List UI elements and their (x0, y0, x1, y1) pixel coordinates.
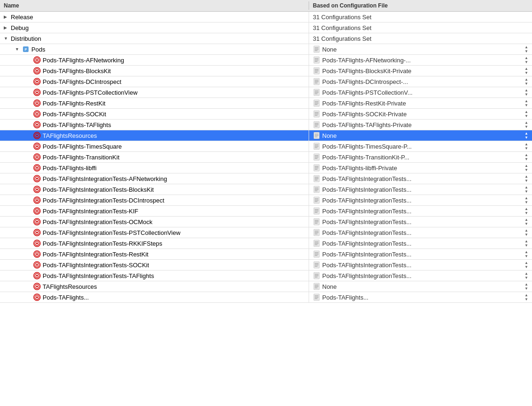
stepper-pods-taflightsintegrationtests-blockskit[interactable]: ▲▼ (525, 185, 528, 194)
stepper-down-pods-taflights-timessquare[interactable]: ▼ (525, 146, 528, 150)
stepper-pods[interactable]: ▲▼ (525, 45, 528, 53)
stepper-pods-taflights-last[interactable]: ▲▼ (525, 293, 528, 301)
stepper-pods-taflightsintegrationtests-pstcollectionview[interactable]: ▲▼ (525, 228, 528, 237)
stepper-up-pods-taflights-libffi[interactable]: ▲ (525, 164, 528, 168)
stepper-pods-taflightsintegrationtests-rkkifsteps[interactable]: ▲▼ (525, 239, 528, 248)
stepper-pods-taflights-sockit[interactable]: ▲▼ (525, 110, 528, 118)
stepper-down-taflightsresources-2[interactable]: ▼ (525, 286, 528, 291)
disclosure-debug[interactable]: ▶ (4, 25, 9, 30)
stepper-pods-taflightsintegrationtests-dcintrospect[interactable]: ▲▼ (525, 196, 528, 204)
table-row-pods-taflights-sockit[interactable]: Pods-TAFlights-SOCKitPods-TAFlights-SOCK… (0, 109, 532, 120)
table-row-pods-taflightsintegrationtests-pstcollectionview[interactable]: Pods-TAFlightsIntegrationTests-PSTCollec… (0, 227, 532, 238)
stepper-pods-taflightsintegrationtests-afnetworking[interactable]: ▲▼ (525, 174, 528, 183)
stepper-pods-taflights-taflights[interactable]: ▲▼ (525, 120, 528, 129)
stepper-down-pods-taflightsintegrationtests-afnetworking[interactable]: ▼ (525, 179, 528, 183)
disclosure-release[interactable]: ▶ (4, 15, 9, 19)
stepper-pods-taflightsintegrationtests-ocmock[interactable]: ▲▼ (525, 218, 528, 226)
table-row-release[interactable]: ▶Release31 Configurations Set (0, 12, 532, 23)
table-row-pods-taflightsintegrationtests-kif[interactable]: Pods-TAFlightsIntegrationTests-KIFPods-T… (0, 206, 532, 217)
table-row-pods-taflights-taflights[interactable]: Pods-TAFlights-TAFlightsPods-TAFlights-T… (0, 120, 532, 130)
stepper-down-pods-taflightsintegrationtests-sockit[interactable]: ▼ (525, 265, 528, 269)
stepper-down-pods-taflights-afnetworking[interactable]: ▼ (525, 60, 528, 64)
stepper-pods-taflights-restkit[interactable]: ▲▼ (525, 99, 528, 107)
table-row-pods-taflightsintegrationtests-blockskit[interactable]: Pods-TAFlightsIntegrationTests-BlocksKit… (0, 184, 532, 195)
table-row-pods-taflights-last[interactable]: Pods-TAFlights...Pods-TAFlights...▲▼ (0, 292, 532, 303)
table-row-pods-taflights-blockskit[interactable]: Pods-TAFlights-BlocksKitPods-TAFlights-B… (0, 66, 532, 76)
stepper-down-pods-taflightsintegrationtests-kif[interactable]: ▼ (525, 211, 528, 215)
table-row-pods-taflights-pstcollectionview[interactable]: Pods-TAFlights-PSTCollectionViewPods-TAF… (0, 87, 532, 98)
stepper-up-pods-taflights-pstcollectionview[interactable]: ▲ (525, 88, 528, 92)
table-row-taflightsresources-2[interactable]: TAFlightsResourcesNone▲▼ (0, 281, 532, 292)
table-row-pods[interactable]: ▼PPodsNone▲▼ (0, 44, 532, 55)
stepper-up-pods-taflights-last[interactable]: ▲ (525, 293, 528, 297)
table-row-taflightsresources[interactable]: TAFlightsResourcesNone▲▼ (0, 130, 532, 141)
table-row-pods-taflightsintegrationtests-restkit[interactable]: Pods-TAFlightsIntegrationTests-RestKitPo… (0, 249, 532, 260)
stepper-up-pods-taflightsintegrationtests-pstcollectionview[interactable]: ▲ (525, 228, 528, 233)
stepper-down-pods[interactable]: ▼ (525, 49, 528, 53)
stepper-down-pods-taflights-libffi[interactable]: ▼ (525, 168, 528, 172)
stepper-pods-taflights-pstcollectionview[interactable]: ▲▼ (525, 88, 528, 97)
stepper-up-pods-taflights-timessquare[interactable]: ▲ (525, 142, 528, 146)
stepper-down-pods-taflights-transitionkit[interactable]: ▼ (525, 157, 528, 161)
stepper-pods-taflights-blockskit[interactable]: ▲▼ (525, 67, 528, 75)
stepper-down-pods-taflights-taflights[interactable]: ▼ (525, 125, 528, 129)
table-row-pods-taflights-afnetworking[interactable]: Pods-TAFlights-AFNetworkingPods-TAFlight… (0, 55, 532, 66)
stepper-up-pods-taflights-taflights[interactable]: ▲ (525, 120, 528, 125)
stepper-down-pods-taflightsintegrationtests-pstcollectionview[interactable]: ▼ (525, 233, 528, 237)
disclosure-distribution[interactable]: ▼ (4, 36, 9, 41)
stepper-down-pods-taflights-blockskit[interactable]: ▼ (525, 71, 528, 75)
stepper-pods-taflightsintegrationtests-kif[interactable]: ▲▼ (525, 207, 528, 215)
stepper-down-taflightsresources[interactable]: ▼ (525, 135, 528, 140)
stepper-down-pods-taflightsintegrationtests-rkkifsteps[interactable]: ▼ (525, 243, 528, 248)
stepper-pods-taflights-dcintrospect[interactable]: ▲▼ (525, 77, 528, 86)
table-row-pods-taflightsintegrationtests-taflights[interactable]: Pods-TAFlightsIntegrationTests-TAFlights… (0, 271, 532, 281)
table-row-pods-taflights-dcintrospect[interactable]: Pods-TAFlights-DCIntrospectPods-TAFlight… (0, 76, 532, 87)
stepper-up-pods-taflights-sockit[interactable]: ▲ (525, 110, 528, 114)
table-row-pods-taflights-transitionkit[interactable]: Pods-TAFlights-TransitionKitPods-TAFligh… (0, 152, 532, 163)
table-row-pods-taflightsintegrationtests-sockit[interactable]: Pods-TAFlightsIntegrationTests-SOCKitPod… (0, 260, 532, 271)
table-row-pods-taflightsintegrationtests-ocmock[interactable]: Pods-TAFlightsIntegrationTests-OCMockPod… (0, 217, 532, 227)
stepper-down-pods-taflights-pstcollectionview[interactable]: ▼ (525, 92, 528, 97)
disclosure-pods[interactable]: ▼ (15, 47, 21, 52)
stepper-up-pods-taflightsintegrationtests-rkkifsteps[interactable]: ▲ (525, 239, 528, 243)
stepper-pods-taflights-timessquare[interactable]: ▲▼ (525, 142, 528, 150)
stepper-down-pods-taflightsintegrationtests-ocmock[interactable]: ▼ (525, 222, 528, 226)
stepper-down-pods-taflights-sockit[interactable]: ▼ (525, 114, 528, 118)
stepper-up-pods-taflightsintegrationtests-taflights[interactable]: ▲ (525, 271, 528, 276)
table-row-pods-taflights-timessquare[interactable]: Pods-TAFlights-TimesSquarePods-TAFlights… (0, 141, 532, 152)
stepper-pods-taflightsintegrationtests-taflights[interactable]: ▲▼ (525, 271, 528, 280)
stepper-down-pods-taflights-restkit[interactable]: ▼ (525, 103, 528, 107)
stepper-down-pods-taflights-last[interactable]: ▼ (525, 297, 528, 301)
table-row-pods-taflightsintegrationtests-dcintrospect[interactable]: Pods-TAFlightsIntegrationTests-DCIntrosp… (0, 195, 532, 206)
stepper-up-pods-taflightsintegrationtests-sockit[interactable]: ▲ (525, 261, 528, 265)
stepper-pods-taflightsintegrationtests-restkit[interactable]: ▲▼ (525, 250, 528, 258)
stepper-up-pods-taflights-restkit[interactable]: ▲ (525, 99, 528, 103)
stepper-up-pods-taflights-transitionkit[interactable]: ▲ (525, 153, 528, 157)
stepper-down-pods-taflightsintegrationtests-restkit[interactable]: ▼ (525, 254, 528, 258)
stepper-pods-taflights-transitionkit[interactable]: ▲▼ (525, 153, 528, 161)
stepper-up-pods-taflightsintegrationtests-ocmock[interactable]: ▲ (525, 218, 528, 222)
stepper-up-pods-taflightsintegrationtests-restkit[interactable]: ▲ (525, 250, 528, 254)
stepper-up-pods-taflightsintegrationtests-blockskit[interactable]: ▲ (525, 185, 528, 189)
stepper-pods-taflightsintegrationtests-sockit[interactable]: ▲▼ (525, 261, 528, 269)
stepper-pods-taflights-afnetworking[interactable]: ▲▼ (525, 56, 528, 64)
table-row-pods-taflightsintegrationtests-afnetworking[interactable]: Pods-TAFlightsIntegrationTests-AFNetwork… (0, 173, 532, 184)
stepper-up-pods-taflights-blockskit[interactable]: ▲ (525, 67, 528, 71)
stepper-taflightsresources-2[interactable]: ▲▼ (525, 282, 528, 291)
table-row-distribution[interactable]: ▼Distribution31 Configurations Set (0, 33, 532, 44)
stepper-down-pods-taflightsintegrationtests-dcintrospect[interactable]: ▼ (525, 200, 528, 204)
stepper-taflightsresources[interactable]: ▲▼ (525, 131, 528, 140)
stepper-down-pods-taflightsintegrationtests-taflights[interactable]: ▼ (525, 276, 528, 280)
stepper-up-pods-taflightsintegrationtests-dcintrospect[interactable]: ▲ (525, 196, 528, 200)
stepper-up-pods[interactable]: ▲ (525, 45, 528, 49)
table-row-debug[interactable]: ▶Debug31 Configurations Set (0, 23, 532, 33)
stepper-up-pods-taflights-dcintrospect[interactable]: ▲ (525, 77, 528, 82)
stepper-up-taflightsresources-2[interactable]: ▲ (525, 282, 528, 286)
stepper-up-pods-taflights-afnetworking[interactable]: ▲ (525, 56, 528, 60)
table-row-pods-taflights-libffi[interactable]: Pods-TAFlights-libffiPods-TAFlights-libf… (0, 163, 532, 173)
table-row-pods-taflights-restkit[interactable]: Pods-TAFlights-RestKitPods-TAFlights-Res… (0, 98, 532, 109)
stepper-down-pods-taflightsintegrationtests-blockskit[interactable]: ▼ (525, 189, 528, 194)
table-row-pods-taflightsintegrationtests-rkkifsteps[interactable]: Pods-TAFlightsIntegrationTests-RKKIFStep… (0, 238, 532, 249)
stepper-up-taflightsresources[interactable]: ▲ (525, 131, 528, 135)
stepper-up-pods-taflightsintegrationtests-kif[interactable]: ▲ (525, 207, 528, 211)
